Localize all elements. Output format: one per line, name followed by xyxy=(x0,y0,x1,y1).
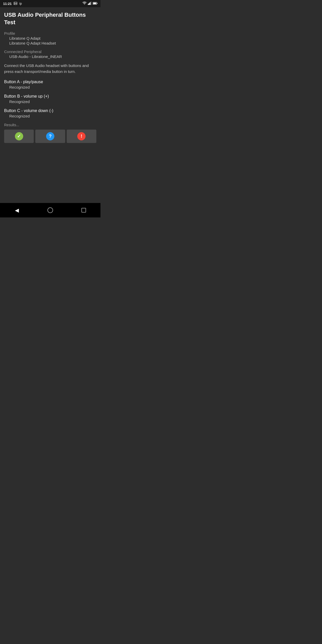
instruction-text: Connect the USB Audio headset with butto… xyxy=(4,63,96,74)
svg-rect-7 xyxy=(97,3,97,4)
svg-rect-8 xyxy=(93,3,96,4)
button-c-section: Button C - volume down (-) Recognized xyxy=(4,108,96,118)
button-a-section: Button A - play/pause Recognized xyxy=(4,80,96,89)
svg-rect-3 xyxy=(89,3,90,5)
status-time: 11:21 xyxy=(3,2,12,6)
button-c-label: Button C - volume down (-) xyxy=(4,108,96,113)
signal-icon xyxy=(88,1,91,6)
svg-rect-2 xyxy=(88,4,89,5)
page-title: USB Audio Peripheral Buttons Test xyxy=(4,11,96,26)
button-c-status: Recognized xyxy=(4,114,96,118)
svg-point-1 xyxy=(15,3,15,3)
button-b-status: Recognized xyxy=(4,99,96,104)
back-arrow-icon: ◀ xyxy=(15,207,19,213)
button-b-label: Button B - volume up (+) xyxy=(4,94,96,99)
battery-icon xyxy=(93,1,97,6)
connected-peripheral-label: Connected Peripheral xyxy=(4,49,96,54)
button-a-label: Button A - play/pause xyxy=(4,80,96,84)
profile-label: Profile xyxy=(4,31,96,36)
status-bar-right xyxy=(82,1,97,6)
ip-label: ip xyxy=(19,2,22,5)
nav-home-button[interactable] xyxy=(43,205,58,215)
nav-back-button[interactable]: ◀ xyxy=(9,205,24,215)
button-a-status: Recognized xyxy=(4,85,96,89)
profile-item-2: Libratone Q Adapt Headset xyxy=(4,41,96,45)
wifi-icon xyxy=(82,1,87,6)
nav-recent-button[interactable] xyxy=(76,205,91,215)
main-content: USB Audio Peripheral Buttons Test Profil… xyxy=(0,7,100,143)
question-icon: ? xyxy=(46,132,54,140)
profile-section: Profile Libratone Q Adapt Libratone Q Ad… xyxy=(4,31,96,45)
home-circle-icon xyxy=(47,207,53,213)
image-icon xyxy=(14,2,17,5)
skip-button[interactable]: ? xyxy=(35,130,65,143)
connected-peripheral-section: Connected Peripheral USB-Audio - Librato… xyxy=(4,49,96,59)
fail-button[interactable]: ! xyxy=(67,130,96,143)
results-label: Results... xyxy=(4,123,96,127)
status-bar: 11:21 ip xyxy=(0,0,100,7)
exclamation-icon: ! xyxy=(77,132,86,140)
status-bar-left: 11:21 ip xyxy=(3,2,22,6)
svg-rect-5 xyxy=(91,2,91,5)
button-b-section: Button B - volume up (+) Recognized xyxy=(4,94,96,104)
svg-rect-4 xyxy=(90,2,90,5)
action-buttons-row: ✓ ? ! xyxy=(4,130,96,143)
checkmark-icon: ✓ xyxy=(15,132,23,140)
connected-peripheral-value: USB-Audio - Libratone_INEAR xyxy=(4,54,96,59)
nav-bar: ◀ xyxy=(0,203,100,217)
profile-item-1: Libratone Q Adapt xyxy=(4,36,96,40)
pass-button[interactable]: ✓ xyxy=(4,130,34,143)
recent-square-icon xyxy=(81,208,86,213)
